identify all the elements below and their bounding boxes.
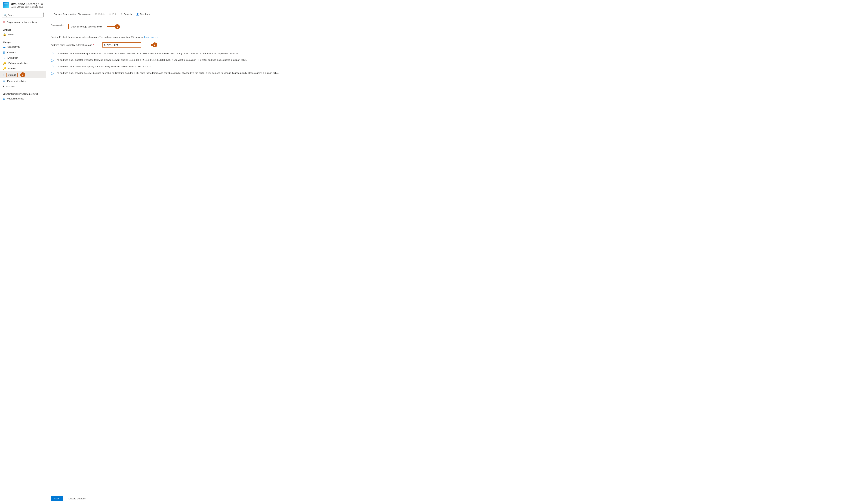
sidebar-divider-vcenter bbox=[3, 90, 43, 90]
sidebar-storage-label: Storage bbox=[6, 73, 18, 77]
description-text: Provide IP block for deploying external … bbox=[51, 36, 143, 38]
sidebar: 🔍 « ✕ Diagnose and solve problems Settin… bbox=[0, 10, 46, 504]
sidebar-item-diagnose[interactable]: ✕ Diagnose and solve problems bbox=[0, 20, 46, 25]
more-options-icon[interactable]: ... bbox=[45, 2, 48, 6]
placement-icon: ▤ bbox=[3, 79, 5, 83]
address-input[interactable] bbox=[102, 42, 141, 48]
edit-icon: ✏ bbox=[109, 13, 111, 16]
resource-icon bbox=[3, 2, 9, 8]
subtitle-text: Azure VMware Solution private cloud bbox=[11, 6, 48, 8]
info-item-4: ⓘ The address block provided here will b… bbox=[51, 71, 839, 76]
sidebar-placement-label: Placement policies bbox=[7, 80, 26, 83]
delete-button[interactable]: 🗑 Delete bbox=[93, 12, 107, 17]
feedback-button[interactable]: 👤 Feedback bbox=[134, 12, 152, 17]
edit-button[interactable]: ✏ Edit bbox=[107, 12, 118, 17]
info-text-4: The address block provided here will be … bbox=[55, 71, 279, 75]
title-block: avs-cbs2 | Storage ☆ ... Azure VMware So… bbox=[11, 2, 48, 8]
refresh-icon: ↻ bbox=[121, 13, 123, 16]
edit-label: Edit bbox=[113, 13, 116, 16]
info-text-2: The address block must fall within the f… bbox=[55, 58, 247, 62]
sidebar-item-locks[interactable]: 🔒 Locks bbox=[0, 32, 46, 37]
form-description: Provide IP block for deploying external … bbox=[51, 35, 839, 39]
info-icon-4: ⓘ bbox=[51, 71, 54, 76]
vmware-icon: 🔑 bbox=[3, 61, 6, 65]
svg-rect-0 bbox=[4, 3, 8, 4]
sidebar-item-virtual-machines[interactable]: ▦ Virtual machines bbox=[0, 96, 46, 102]
main-layout: 🔍 « ✕ Diagnose and solve problems Settin… bbox=[0, 10, 844, 504]
info-text-1: The address block must be unique and sho… bbox=[55, 52, 239, 55]
info-item-2: ⓘ The address block must fall within the… bbox=[51, 58, 839, 63]
annotation-badge-3: 3 bbox=[152, 42, 157, 47]
info-item-3: ⓘ The address block cannot overlap any o… bbox=[51, 65, 839, 69]
sidebar-clusters-label: Clusters bbox=[7, 51, 16, 54]
storage-icon: ≡ bbox=[3, 73, 4, 76]
refresh-button[interactable]: ↻ Refresh bbox=[119, 12, 134, 17]
form-section: Provide IP block for deploying external … bbox=[51, 35, 839, 48]
page-content: Datastore list External storage address … bbox=[46, 18, 844, 493]
learn-more-link[interactable]: Learn more bbox=[144, 36, 156, 38]
search-input[interactable] bbox=[8, 14, 42, 17]
locks-icon: 🔒 bbox=[3, 33, 6, 36]
feedback-label: Feedback bbox=[140, 13, 150, 16]
plus-icon: + bbox=[51, 13, 53, 16]
address-form-row: Address block to deploy external storage… bbox=[51, 42, 839, 48]
refresh-label: Refresh bbox=[124, 13, 132, 16]
footer: Save Discard changes bbox=[46, 493, 844, 504]
tab-external-storage-label: External storage address block bbox=[68, 24, 104, 30]
connect-netapp-button[interactable]: + Connect Azure NetApp Files volume bbox=[49, 12, 92, 17]
delete-icon: 🗑 bbox=[95, 13, 97, 16]
toolbar: + Connect Azure NetApp Files volume 🗑 De… bbox=[46, 10, 844, 18]
sidebar-vmware-label: VMware credentials bbox=[8, 62, 28, 65]
info-icon-2: ⓘ bbox=[51, 58, 54, 63]
svg-rect-2 bbox=[4, 6, 8, 6]
vcenter-section-label: vCenter Server inventory (preview) bbox=[0, 91, 46, 96]
sidebar-item-clusters[interactable]: ▦ Clusters bbox=[0, 50, 46, 55]
sidebar-diagnose-label: Diagnose and solve problems bbox=[7, 21, 37, 23]
svg-rect-1 bbox=[4, 4, 8, 5]
tab-datastore-label: Datastore list bbox=[51, 24, 64, 26]
feedback-icon: 👤 bbox=[136, 13, 139, 16]
sidebar-item-addons[interactable]: + Add-ons bbox=[0, 84, 46, 89]
info-item-1: ⓘ The address block must be unique and s… bbox=[51, 52, 839, 56]
sidebar-item-vmware[interactable]: 🔑 VMware credentials bbox=[0, 60, 46, 66]
diagnose-icon: ✕ bbox=[3, 21, 5, 24]
sidebar-connectivity-label: Connectivity bbox=[7, 46, 20, 48]
info-list: ⓘ The address block must be unique and s… bbox=[51, 52, 839, 76]
encryption-icon: 🛡 bbox=[3, 56, 6, 59]
tab-datastore-list[interactable]: Datastore list bbox=[51, 22, 64, 31]
title-text: avs-cbs2 | Storage bbox=[11, 2, 39, 6]
annotation-badge-1: 1 bbox=[20, 72, 25, 77]
collapse-button[interactable]: « bbox=[42, 12, 44, 15]
required-star: * bbox=[93, 44, 94, 46]
addons-icon: + bbox=[3, 85, 4, 88]
identity-icon: 🔑 bbox=[3, 67, 6, 70]
info-text-3: The address block cannot overlap any of … bbox=[55, 65, 152, 68]
sidebar-virtual-machines-label: Virtual machines bbox=[7, 97, 24, 100]
annotation-badge-2: 2 bbox=[115, 24, 120, 29]
content-area: + Connect Azure NetApp Files volume 🗑 De… bbox=[46, 10, 844, 504]
sidebar-item-connectivity[interactable]: ☁ Connectivity bbox=[0, 44, 46, 50]
sidebar-item-storage[interactable]: ≡ Storage 1 bbox=[0, 71, 46, 78]
address-label-text: Address block to deploy external storage bbox=[51, 44, 92, 46]
connect-label: Connect Azure NetApp Files volume bbox=[54, 13, 90, 16]
sidebar-identity-label: Identity bbox=[8, 67, 16, 70]
info-icon-3: ⓘ bbox=[51, 65, 54, 69]
search-box[interactable]: 🔍 bbox=[2, 13, 44, 17]
external-link-icon: ↗ bbox=[157, 36, 158, 38]
sidebar-item-placement[interactable]: ▤ Placement policies bbox=[0, 78, 46, 84]
sidebar-locks-label: Locks bbox=[8, 33, 14, 36]
discard-button[interactable]: Discard changes bbox=[65, 496, 89, 501]
manage-section-label: Manage bbox=[0, 39, 46, 44]
tab-external-storage[interactable]: External storage address block 2 bbox=[68, 22, 120, 31]
sidebar-item-encryption[interactable]: 🛡 Encryption bbox=[0, 55, 46, 60]
search-icon: 🔍 bbox=[4, 14, 7, 17]
info-icon-1: ⓘ bbox=[51, 52, 54, 56]
save-button[interactable]: Save bbox=[51, 496, 63, 501]
sidebar-addons-label: Add-ons bbox=[6, 85, 15, 88]
delete-label: Delete bbox=[98, 13, 105, 16]
tabs-row: Datastore list External storage address … bbox=[51, 22, 839, 31]
sidebar-item-identity[interactable]: 🔑 Identity bbox=[0, 66, 46, 71]
page-title: avs-cbs2 | Storage ☆ ... bbox=[11, 2, 48, 6]
virtual-machines-icon: ▦ bbox=[3, 97, 5, 100]
favorite-icon[interactable]: ☆ bbox=[41, 2, 43, 6]
